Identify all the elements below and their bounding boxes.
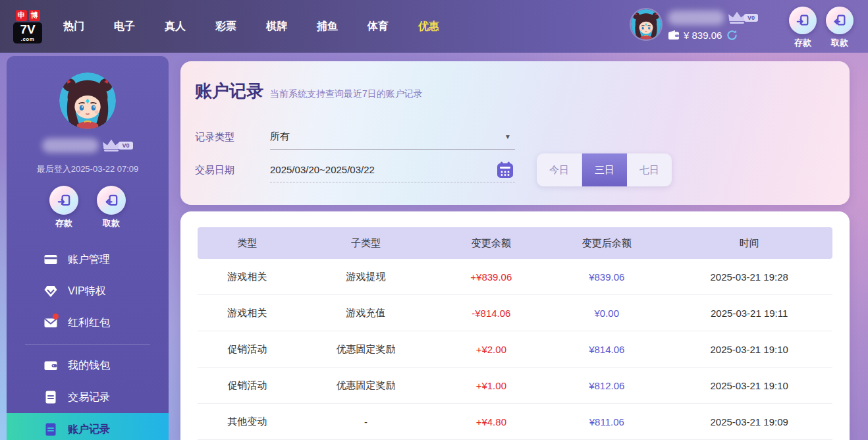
sidebar-item-transaction-records[interactable]: 交易记录 bbox=[7, 381, 169, 413]
cell-time: 2025-03-21 19:10 bbox=[666, 380, 832, 391]
avatar-illustration bbox=[59, 72, 116, 129]
brand-wordmark: 7V.com bbox=[13, 22, 42, 43]
cell-type: 游戏相关 bbox=[198, 271, 296, 283]
sidebar-item-vip-privileges[interactable]: VIP特权 bbox=[7, 275, 169, 307]
col-header-type: 类型 bbox=[198, 237, 296, 250]
table-header: 类型 子类型 变更余额 变更后余额 时间 bbox=[198, 227, 832, 259]
sidebar-item-bonus-redpacket[interactable]: 红利红包 bbox=[7, 307, 169, 339]
nav-item-fishing[interactable]: 捕鱼 bbox=[317, 20, 338, 34]
withdraw-icon bbox=[826, 7, 854, 34]
brand-square: 申 bbox=[16, 10, 27, 21]
sidebar-item-my-wallet[interactable]: 我的钱包 bbox=[7, 350, 169, 381]
chevron-down-icon: ▼ bbox=[504, 133, 511, 140]
date-range-value: 2025/03/20~2025/03/22 bbox=[270, 164, 375, 175]
cell-subtype: 优惠固定奖励 bbox=[296, 379, 435, 392]
record-type-select[interactable]: 所有 ▼ bbox=[270, 124, 515, 150]
nav-item-live[interactable]: 真人 bbox=[165, 20, 186, 34]
user-avatar[interactable] bbox=[630, 8, 663, 41]
quick-range-3days[interactable]: 三日 bbox=[582, 153, 627, 186]
cell-time: 2025-03-21 19:10 bbox=[666, 344, 832, 355]
brand-logo-squares: 申 博 bbox=[16, 10, 40, 21]
notification-dot bbox=[53, 314, 59, 319]
deposit-icon bbox=[49, 186, 78, 215]
quick-date-range-group: 今日 三日 七日 bbox=[537, 153, 672, 186]
cell-after-balance: ¥0.00 bbox=[547, 308, 666, 319]
main-nav: 热门 电子 真人 彩票 棋牌 捕鱼 体育 优惠 bbox=[63, 20, 439, 34]
wallet-icon bbox=[43, 358, 58, 373]
cell-after-balance: ¥814.06 bbox=[547, 344, 666, 355]
username-redacted bbox=[668, 11, 724, 25]
sidebar-menu: 账户管理 VIP特权 红利红包 我的钱包 交易记录 账户记录 bbox=[7, 244, 169, 440]
balance-amount: ¥ 839.06 bbox=[684, 30, 722, 41]
col-header-subtype: 子类型 bbox=[296, 237, 435, 250]
deposit-icon bbox=[789, 7, 817, 34]
table-row: 促销活动 优惠固定奖励 +¥1.00 ¥812.06 2025-03-21 19… bbox=[198, 368, 832, 404]
cell-after-balance: ¥839.06 bbox=[547, 271, 666, 283]
col-header-time: 时间 bbox=[666, 237, 832, 250]
cell-subtype: 游戏充值 bbox=[296, 307, 435, 319]
quick-range-today[interactable]: 今日 bbox=[537, 153, 582, 186]
table-body: 游戏相关 游戏提现 +¥839.06 ¥839.06 2025-03-21 19… bbox=[198, 259, 832, 440]
quick-range-7days[interactable]: 七日 bbox=[627, 153, 672, 186]
sidebar-vip-level-badge: V0 bbox=[119, 142, 132, 150]
brand-logo[interactable]: 申 博 7V.com bbox=[11, 10, 45, 43]
sidebar-withdraw-button[interactable]: 取款 bbox=[97, 186, 126, 229]
cell-type: 游戏相关 bbox=[198, 307, 296, 319]
cell-change-amount: -¥814.06 bbox=[435, 308, 548, 319]
account-records-filter-panel: 账户记录 当前系统支持查询最近7日的账户记录 记录类型 所有 ▼ 交易日期 20… bbox=[180, 61, 850, 205]
cell-change-amount: +¥4.80 bbox=[435, 416, 548, 427]
record-type-value: 所有 bbox=[270, 130, 290, 143]
withdraw-button[interactable]: 取款 bbox=[826, 7, 854, 49]
cell-time: 2025-03-21 19:28 bbox=[666, 271, 832, 283]
withdraw-icon bbox=[97, 186, 126, 215]
table-row: 其他变动 - +¥4.80 ¥811.06 2025-03-21 19:09 bbox=[198, 404, 832, 440]
sidebar-divider bbox=[25, 344, 150, 344]
deposit-button[interactable]: 存款 bbox=[789, 7, 817, 49]
sidebar-deposit-button[interactable]: 存款 bbox=[49, 186, 78, 229]
nav-item-chess[interactable]: 棋牌 bbox=[266, 20, 287, 34]
record-type-label: 记录类型 bbox=[195, 131, 270, 144]
wallet-icon bbox=[668, 30, 680, 40]
date-range-input[interactable]: 2025/03/20~2025/03/22 bbox=[270, 157, 515, 182]
avatar-illustration bbox=[631, 9, 661, 40]
account-records-table-panel: 类型 子类型 变更余额 变更后余额 时间 游戏相关 游戏提现 +¥839.06 … bbox=[180, 211, 850, 440]
cell-subtype: - bbox=[296, 416, 435, 427]
nav-item-slots[interactable]: 电子 bbox=[114, 20, 135, 34]
cell-time: 2025-03-21 19:11 bbox=[666, 308, 832, 319]
gem-icon bbox=[43, 284, 58, 298]
col-header-after: 变更后余额 bbox=[547, 237, 666, 250]
nav-item-lottery[interactable]: 彩票 bbox=[215, 20, 236, 34]
table-row: 游戏相关 游戏提现 +¥839.06 ¥839.06 2025-03-21 19… bbox=[198, 259, 832, 295]
sidebar-item-account-records[interactable]: 账户记录 bbox=[7, 413, 169, 440]
vip-level-badge: V0 bbox=[744, 14, 758, 22]
table-row: 游戏相关 游戏充值 -¥814.06 ¥0.00 2025-03-21 19:1… bbox=[198, 295, 832, 331]
nav-item-hot[interactable]: 热门 bbox=[63, 20, 84, 34]
topbar-actions: 存款 取款 bbox=[789, 7, 854, 49]
cell-type: 其他变动 bbox=[198, 416, 296, 428]
cell-after-balance: ¥812.06 bbox=[547, 380, 666, 391]
page-title: 账户记录 bbox=[195, 80, 263, 103]
account-sidebar: V0 最后登入2025-03-22 07:09 存款 取款 账户管理 VIP特权 bbox=[7, 56, 169, 440]
calendar-icon[interactable] bbox=[497, 161, 514, 179]
sidebar-avatar[interactable] bbox=[59, 72, 116, 129]
top-navigation-bar: 申 博 7V.com 热门 电子 真人 彩票 棋牌 捕鱼 体育 优惠 bbox=[0, 0, 868, 53]
document-icon bbox=[43, 422, 58, 437]
nav-item-promo[interactable]: 优惠 bbox=[418, 20, 439, 34]
cell-subtype: 游戏提现 bbox=[296, 271, 435, 283]
cell-subtype: 优惠固定奖励 bbox=[296, 343, 435, 356]
sidebar-item-account-management[interactable]: 账户管理 bbox=[7, 244, 169, 275]
cell-change-amount: +¥2.00 bbox=[435, 344, 548, 355]
cell-type: 促销活动 bbox=[198, 379, 296, 392]
cell-change-amount: +¥1.00 bbox=[435, 380, 548, 391]
cell-type: 促销活动 bbox=[198, 343, 296, 356]
document-icon bbox=[43, 390, 58, 404]
nav-item-sports[interactable]: 体育 bbox=[367, 20, 389, 34]
brand-square: 博 bbox=[29, 10, 40, 21]
card-icon bbox=[43, 252, 58, 267]
sidebar-username-redacted bbox=[42, 138, 99, 153]
date-range-label: 交易日期 bbox=[195, 164, 270, 177]
refresh-icon[interactable] bbox=[726, 29, 738, 41]
user-info-cluster: V0 ¥ 839.06 bbox=[630, 8, 758, 41]
col-header-change: 变更余额 bbox=[435, 237, 548, 250]
table-row: 促销活动 优惠固定奖励 +¥2.00 ¥814.06 2025-03-21 19… bbox=[198, 331, 832, 368]
